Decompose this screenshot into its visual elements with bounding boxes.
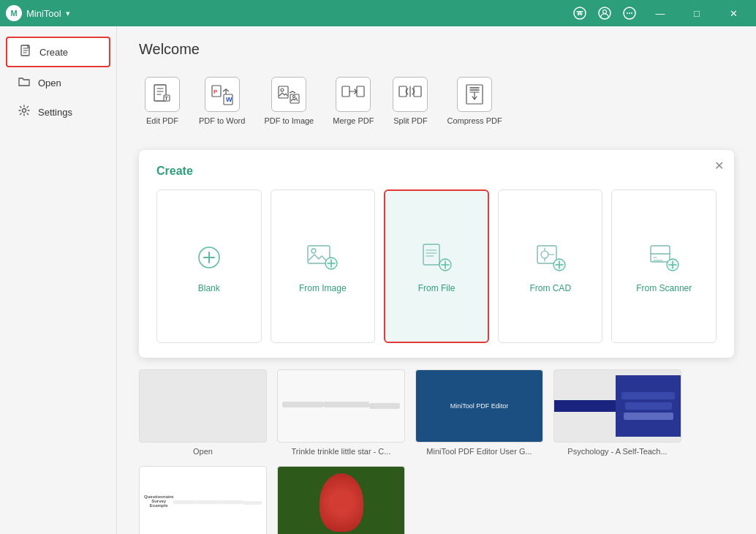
recent-files-row1: Open Trinkle trinkle little star - C... …: [139, 369, 734, 456]
merge-pdf-icon: [336, 77, 371, 112]
tool-pdf-to-word[interactable]: P W PDF to Word: [193, 72, 251, 129]
recent-minitool[interactable]: MiniTool PDF Editor MiniTool PDF Editor …: [415, 369, 543, 456]
create-card-blank[interactable]: Blank: [156, 189, 262, 343]
svg-point-0: [574, 7, 586, 19]
recent-psychology[interactable]: Psychology - A Self-Teach...: [553, 369, 681, 456]
titlebar-controls: — □ ✕: [569, 0, 750, 26]
from-scanner-icon: [646, 239, 682, 276]
blank-label: Blank: [198, 283, 220, 293]
recent-flower-thumb: [277, 466, 405, 534]
svg-text:P: P: [213, 89, 218, 95]
svg-point-2: [603, 10, 607, 14]
blank-icon: [191, 239, 227, 276]
app-logo: M: [6, 5, 22, 21]
create-card-from-file[interactable]: From File: [384, 189, 489, 343]
svg-rect-29: [423, 244, 439, 265]
main-content: Welcome T Edit PDF: [117, 26, 756, 534]
svg-rect-20: [342, 86, 349, 97]
svg-point-17: [281, 89, 284, 91]
from-file-label: From File: [418, 283, 456, 293]
tool-pdf-to-image[interactable]: PDF to Image: [258, 72, 320, 129]
sidebar-item-settings[interactable]: Settings: [6, 98, 110, 126]
account-button[interactable]: [594, 2, 616, 24]
tool-edit-pdf[interactable]: T Edit PDF: [139, 72, 186, 129]
split-pdf-icon: [393, 77, 428, 112]
app-title: MiniTool: [26, 8, 61, 19]
tool-split-pdf[interactable]: Split PDF: [387, 72, 434, 129]
toolbar: T Edit PDF P W PDF to Word: [139, 72, 734, 129]
dialog-title: Create: [156, 165, 717, 178]
create-cards-grid: Blank From Image: [156, 189, 717, 343]
recent-open-thumb: [139, 369, 267, 443]
sidebar-settings-label: Settings: [38, 107, 72, 118]
recent-open[interactable]: Open: [139, 369, 267, 456]
svg-text:T: T: [165, 95, 168, 102]
create-dialog: Create ✕ Blank: [139, 150, 734, 358]
sidebar-item-open[interactable]: Open: [6, 69, 110, 97]
create-icon: [19, 44, 32, 60]
recent-trinkle-label: Trinkle trinkle little star - C...: [292, 447, 391, 456]
compress-pdf-label: Compress PDF: [447, 116, 502, 125]
chat-button[interactable]: [619, 2, 640, 24]
svg-point-5: [629, 12, 630, 14]
open-icon: [18, 75, 31, 91]
svg-point-4: [627, 12, 628, 14]
create-card-from-scanner[interactable]: From Scanner: [611, 189, 717, 343]
pdf-to-image-icon: [271, 77, 306, 112]
recent-psychology-label: Psychology - A Self-Teach...: [567, 447, 667, 456]
pdf-to-word-label: PDF to Word: [199, 116, 245, 125]
close-button[interactable]: ✕: [717, 0, 750, 26]
svg-rect-16: [279, 86, 288, 98]
titlebar: M MiniTool ▾ — □: [0, 0, 756, 26]
svg-point-8: [23, 109, 26, 113]
chat-icon: [623, 7, 636, 20]
pdf-to-image-label: PDF to Image: [264, 116, 314, 125]
sidebar-create-label: Create: [39, 47, 68, 58]
recent-survey[interactable]: Questionnaire Survey Example: [139, 466, 267, 534]
merge-pdf-label: Merge PDF: [333, 116, 374, 125]
recent-files-row2: Questionnaire Survey Example: [139, 466, 734, 534]
dialog-close-button[interactable]: ✕: [714, 159, 724, 173]
from-image-icon: [304, 239, 341, 276]
sidebar-open-label: Open: [38, 78, 61, 89]
from-cad-label: From CAD: [529, 283, 571, 293]
from-scanner-label: From Scanner: [636, 283, 692, 293]
svg-point-6: [631, 12, 632, 14]
compress-pdf-icon: [457, 77, 492, 112]
maximize-button[interactable]: □: [680, 0, 714, 26]
recent-minitool-label: MiniTool PDF Editor User G...: [426, 447, 532, 456]
store-icon: [573, 7, 586, 20]
svg-text:W: W: [226, 96, 233, 103]
create-card-from-image[interactable]: From Image: [271, 189, 376, 343]
edit-pdf-icon: T: [145, 77, 180, 112]
tool-merge-pdf[interactable]: Merge PDF: [327, 72, 379, 129]
recent-minitool-thumb: MiniTool PDF Editor: [415, 369, 543, 443]
recent-open-label: Open: [193, 447, 213, 456]
recent-trinkle-thumb: [277, 369, 405, 443]
titlebar-left: M MiniTool ▾: [6, 5, 70, 21]
from-cad-icon: [532, 239, 569, 276]
from-image-label: From Image: [299, 283, 347, 293]
split-pdf-label: Split PDF: [393, 116, 427, 125]
recent-psychology-thumb: [553, 369, 681, 443]
pdf-to-word-icon: P W: [205, 77, 240, 112]
sidebar-item-create[interactable]: Create: [6, 37, 110, 67]
svg-point-32: [541, 251, 548, 258]
create-card-from-cad[interactable]: From CAD: [498, 189, 603, 343]
tool-compress-pdf[interactable]: Compress PDF: [441, 72, 507, 129]
dropdown-arrow[interactable]: ▾: [66, 9, 70, 18]
recent-survey-thumb: Questionnaire Survey Example: [139, 466, 267, 534]
settings-icon: [18, 104, 31, 120]
account-icon: [598, 7, 611, 20]
welcome-title: Welcome: [139, 41, 734, 58]
app-body: Create Open Settings Welcome: [0, 26, 756, 534]
recent-trinkle[interactable]: Trinkle trinkle little star - C...: [277, 369, 405, 456]
store-button[interactable]: [569, 2, 591, 24]
sidebar: Create Open Settings: [0, 26, 117, 534]
svg-point-27: [311, 249, 316, 253]
edit-pdf-label: Edit PDF: [146, 116, 178, 125]
from-file-icon: [418, 239, 455, 276]
svg-rect-21: [357, 86, 364, 97]
recent-flower[interactable]: [277, 466, 405, 534]
minimize-button[interactable]: —: [643, 0, 677, 26]
